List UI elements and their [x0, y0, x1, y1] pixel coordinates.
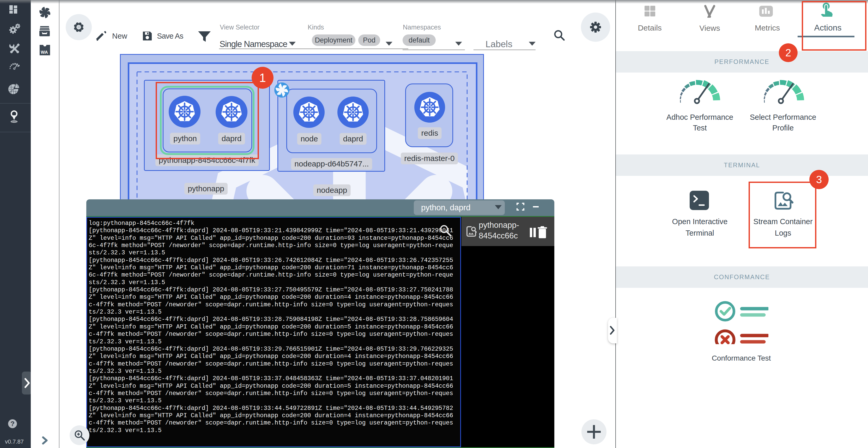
svg-text:WA: WA: [41, 50, 48, 55]
